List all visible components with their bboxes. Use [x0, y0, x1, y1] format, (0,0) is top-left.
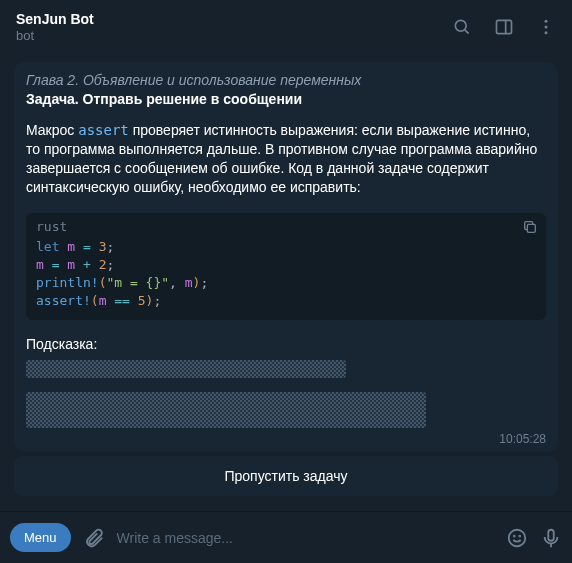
bot-message: Глава 2. Объявление и использование пере…	[14, 62, 558, 452]
menu-button[interactable]: Menu	[10, 523, 71, 552]
emoji-icon[interactable]	[506, 527, 528, 549]
more-icon[interactable]	[536, 17, 556, 37]
svg-point-9	[514, 535, 515, 536]
skip-task-button[interactable]: Пропустить задачу	[14, 456, 558, 496]
message-timestamp: 10:05:28	[499, 432, 546, 446]
code-content: let m = 3; m = m + 2; println!("m = {}",…	[26, 236, 546, 321]
message-input[interactable]	[117, 530, 494, 546]
chapter-title: Глава 2. Объявление и использование пере…	[26, 72, 546, 88]
code-language-label: rust	[26, 213, 546, 236]
svg-point-6	[545, 31, 548, 34]
mic-icon[interactable]	[540, 527, 562, 549]
chat-header: SenJun Bot bot	[0, 0, 572, 54]
chat-area: Глава 2. Объявление и использование пере…	[0, 54, 572, 511]
spoiler-hidden-1[interactable]	[26, 360, 346, 378]
chat-title: SenJun Bot	[16, 11, 438, 27]
search-icon[interactable]	[452, 17, 472, 37]
svg-rect-7	[527, 224, 535, 232]
svg-point-4	[545, 20, 548, 23]
svg-rect-2	[497, 20, 512, 33]
hint-label: Подсказка:	[26, 336, 546, 352]
svg-point-8	[509, 529, 526, 546]
inline-code: assert	[78, 122, 129, 138]
code-block: rust let m = 3; m = m + 2; println!("m =…	[26, 213, 546, 321]
svg-point-10	[519, 535, 520, 536]
chat-subtitle: bot	[16, 28, 438, 43]
input-bar: Menu	[0, 511, 572, 563]
copy-icon[interactable]	[522, 219, 538, 235]
svg-rect-11	[548, 529, 554, 540]
attach-icon[interactable]	[83, 527, 105, 549]
task-header: Задача. Отправь решение в сообщении	[26, 91, 546, 107]
header-title-area[interactable]: SenJun Bot bot	[16, 11, 438, 43]
svg-point-0	[455, 20, 466, 31]
sidebar-icon[interactable]	[494, 17, 514, 37]
svg-line-1	[465, 30, 469, 34]
task-description: Макрос assert проверяет истинность выраж…	[26, 121, 546, 197]
task-text-before: Макрос	[26, 122, 78, 138]
header-actions	[452, 17, 556, 37]
spoiler-hidden-2[interactable]	[26, 392, 426, 428]
svg-point-5	[545, 26, 548, 29]
